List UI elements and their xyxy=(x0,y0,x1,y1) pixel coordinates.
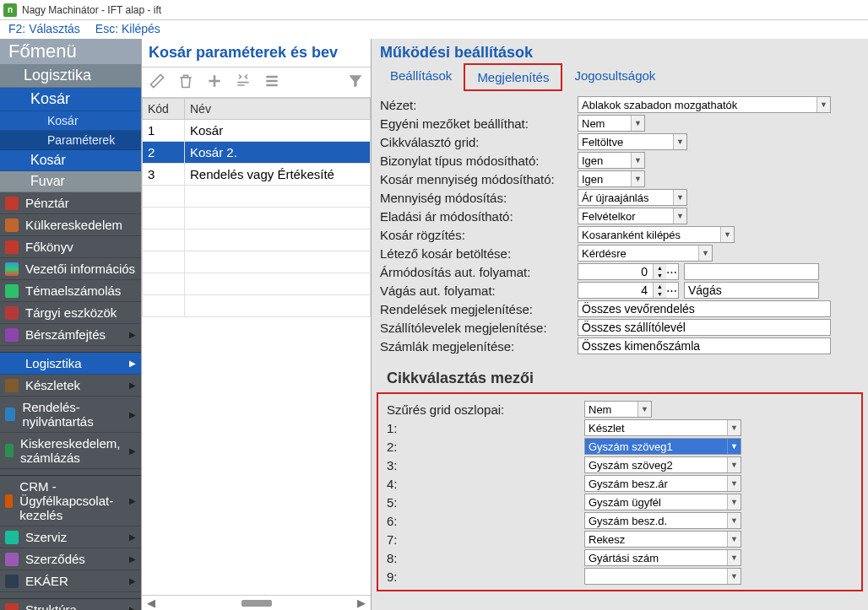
tree-logisztika[interactable]: Logisztika xyxy=(0,64,141,88)
letezo-select[interactable]: Kérdésre▼ xyxy=(578,245,713,262)
chevron-right-icon: ▶ xyxy=(129,532,136,542)
chevron-down-icon: ▼ xyxy=(727,569,741,584)
grid-scrollbar[interactable]: ◀ ▶ xyxy=(142,595,371,610)
field3-select[interactable]: Gyszám szöveg2▼ xyxy=(584,456,741,473)
lookup-icon[interactable]: ⋯ xyxy=(666,284,678,297)
sidebar-group-logisztika[interactable]: Logisztika▶ xyxy=(0,353,141,375)
tab-beallitasok[interactable]: Beállítások xyxy=(378,63,464,91)
kosrog-select[interactable]: Kosaranként kilépés▼ xyxy=(578,226,735,243)
parameter-grid[interactable]: Kód Név 1Kosár 2Kosár 2. 3Rendelés vagy … xyxy=(142,98,371,595)
field2-label: 2: xyxy=(387,440,584,454)
chevron-down-icon: ▼ xyxy=(673,134,686,149)
hotkey-f2[interactable]: F2: Választás xyxy=(8,22,80,37)
sidebar-item-penztar[interactable]: Pénztár xyxy=(0,192,141,214)
armod-spin[interactable]: 0▲▼⋯ xyxy=(578,263,679,280)
biztip-select[interactable]: Igen▼ xyxy=(578,152,645,169)
table-row[interactable]: 2Kosár 2. xyxy=(143,142,371,164)
spin-down-icon[interactable]: ▼ xyxy=(653,290,666,298)
table-row[interactable]: 1Kosár xyxy=(143,120,371,142)
col-nev[interactable]: Név xyxy=(185,99,371,120)
field1-select[interactable]: Készlet▼ xyxy=(584,419,741,436)
armod-label: Ármódosítás aut. folyamat: xyxy=(380,265,578,279)
eladar-label: Eladási ár módosítható: xyxy=(380,209,578,224)
szall-input[interactable] xyxy=(578,319,831,336)
sidebar-item-szerzodes[interactable]: Szerződés▶ xyxy=(0,548,141,570)
chart-icon xyxy=(5,262,19,276)
chevron-down-icon: ▼ xyxy=(673,190,686,205)
sidebar-item-kulkereskedelem[interactable]: Külkereskedelem xyxy=(0,214,141,236)
tools-button[interactable] xyxy=(235,73,252,92)
hotkey-esc[interactable]: Esc: Kilépés xyxy=(95,22,160,37)
field8-select[interactable]: Gyártási szám▼ xyxy=(584,549,741,566)
tree-kosar-child[interactable]: Kosár xyxy=(0,111,141,131)
lookup-icon[interactable]: ⋯ xyxy=(666,266,678,278)
filter-select[interactable]: Nem▼ xyxy=(584,401,652,418)
szam-input[interactable] xyxy=(578,337,831,354)
mennymod-select[interactable]: Ár újraajánlás▼ xyxy=(578,189,687,206)
tree-fuvar[interactable]: Fuvar xyxy=(0,171,141,192)
tree-kosar-2[interactable]: Kosár xyxy=(0,150,141,171)
table-row[interactable] xyxy=(143,229,371,251)
filter-button[interactable] xyxy=(347,73,364,92)
table-row[interactable] xyxy=(143,208,371,229)
tree-parameterek[interactable]: Paraméterek xyxy=(0,131,141,150)
tab-jogosultsagok[interactable]: Jogosultságok xyxy=(562,63,667,91)
rend-input[interactable] xyxy=(578,300,831,317)
spin-up-icon[interactable]: ▲ xyxy=(653,264,666,272)
col-kod[interactable]: Kód xyxy=(143,99,185,120)
eladar-select[interactable]: Felvételkor▼ xyxy=(578,208,687,224)
field5-select[interactable]: Gyszám ügyfél▼ xyxy=(584,494,741,510)
kosarm-select[interactable]: Igen▼ xyxy=(578,170,645,187)
sidebar-item-rendeles[interactable]: Rendelés-nyilvántartás▶ xyxy=(0,397,141,433)
sidebar-item-kisker[interactable]: Kiskereskedelem, számlázás▶ xyxy=(0,433,141,469)
sidebar-item-ekaer[interactable]: EKÁER▶ xyxy=(0,570,141,592)
order-icon xyxy=(5,408,15,421)
spin-down-icon[interactable]: ▼ xyxy=(653,272,666,279)
edit-button[interactable] xyxy=(149,73,165,92)
table-row[interactable] xyxy=(143,295,371,317)
vagas-label: Vágás aut. folyamat: xyxy=(380,283,578,298)
vagas-spin[interactable]: 4▲▼⋯ xyxy=(578,282,679,299)
chevron-right-icon: ▶ xyxy=(129,410,136,419)
table-row[interactable] xyxy=(143,251,371,273)
scroll-left-icon[interactable]: ◀ xyxy=(147,597,155,609)
sidebar-item-berszam[interactable]: Bérszámfejtés▶ xyxy=(0,324,141,346)
egyeni-label: Egyéni mezőket beállíthat: xyxy=(380,116,578,131)
table-row[interactable] xyxy=(143,273,371,295)
field2-select[interactable]: Gyszám szöveg1▼ xyxy=(584,438,741,455)
scroll-right-icon[interactable]: ▶ xyxy=(357,597,366,609)
tab-megjelenites[interactable]: Megjelenítés xyxy=(464,63,562,91)
field6-select[interactable]: Gyszám besz.d.▼ xyxy=(584,512,741,529)
field1-label: 1: xyxy=(387,421,584,435)
cikkv-select[interactable]: Feltöltve▼ xyxy=(578,133,687,150)
scroll-thumb[interactable] xyxy=(241,600,272,607)
sidebar-item-temaelsz[interactable]: Témaelszámolás xyxy=(0,280,141,302)
egyeni-select[interactable]: Nem▼ xyxy=(578,115,645,132)
table-row[interactable]: 3Rendelés vagy Értékesíté xyxy=(143,164,371,186)
sidebar-item-vezetoi[interactable]: Vezetői információs xyxy=(0,258,141,280)
sidebar-item-crm[interactable]: CRM - Ügyfélkapcsolat-kezelés▶ xyxy=(0,476,141,526)
add-button[interactable] xyxy=(206,73,223,92)
field7-select[interactable]: Rekesz▼ xyxy=(584,531,741,548)
nezet-select[interactable]: Ablakok szabadon mozgathatók▼ xyxy=(578,96,831,113)
chevron-down-icon: ▼ xyxy=(720,227,734,242)
sidebar-item-targyi[interactable]: Tárgyi eszközök xyxy=(0,302,141,324)
ekaer-icon xyxy=(5,575,19,588)
spin-up-icon[interactable]: ▲ xyxy=(653,283,666,290)
sidebar-item-struktura[interactable]: Struktúra▶ xyxy=(0,599,141,610)
cash-icon xyxy=(5,197,19,210)
delete-button[interactable] xyxy=(177,73,194,92)
field3-label: 3: xyxy=(387,458,584,472)
vagas-text[interactable] xyxy=(684,282,819,299)
table-row[interactable] xyxy=(143,186,371,208)
field4-select[interactable]: Gyszám besz.ár▼ xyxy=(584,475,741,492)
menu-button[interactable] xyxy=(263,73,280,92)
sidebar-item-szerviz[interactable]: Szerviz▶ xyxy=(0,526,141,548)
armod-text[interactable] xyxy=(684,263,819,280)
szall-label: Szállítólevelek megjelenítése: xyxy=(380,321,578,335)
field9-select[interactable]: ▼ xyxy=(584,568,741,585)
tree-kosar-group[interactable]: Kosár xyxy=(0,88,141,111)
sidebar-item-fokonyv[interactable]: Főkönyv xyxy=(0,236,141,258)
settings-title: Működési beállítások xyxy=(372,39,868,63)
sidebar-item-keszletek[interactable]: Készletek▶ xyxy=(0,375,141,397)
